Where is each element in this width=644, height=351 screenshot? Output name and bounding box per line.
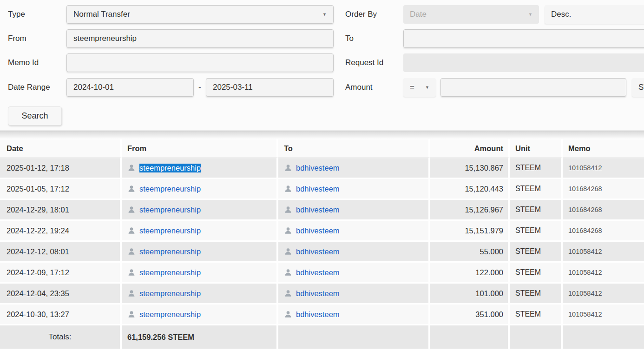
transfer-date: 2024-12-09, 17:12: [0, 263, 122, 284]
transfer-date: 2025-01-05, 17:12: [0, 179, 122, 200]
col-header-to[interactable]: To: [278, 139, 430, 158]
to-account-link[interactable]: bdhivesteem: [296, 247, 340, 256]
avatar-icon: [284, 289, 292, 298]
transfer-memo: 101058412: [563, 305, 644, 325]
col-header-memo[interactable]: Memo: [563, 139, 644, 158]
transfer-memo: 101684268: [563, 200, 644, 221]
type-label: Type: [8, 5, 25, 24]
to-account-link[interactable]: bdhivesteem: [296, 164, 340, 172]
from-account-link[interactable]: steempreneurship: [139, 226, 201, 235]
order-direction-value: Desc.: [551, 10, 571, 19]
from-account-link[interactable]: steempreneurship: [139, 185, 201, 193]
transfer-unit: STEEM: [510, 263, 563, 284]
avatar-icon: [127, 185, 136, 193]
order-by-select-value: Date: [410, 10, 427, 19]
transfer-amount: 122.000: [430, 263, 510, 284]
to-account-link[interactable]: bdhivesteem: [296, 205, 340, 214]
transfer-unit: STEEM: [510, 179, 563, 200]
order-direction-select[interactable]: Desc.: [545, 5, 644, 24]
chevron-down-icon: ▼: [425, 85, 429, 90]
date-range-label: Date Range: [8, 78, 50, 97]
date-range-separator: -: [198, 78, 201, 97]
transfer-date: 2024-12-22, 19:24: [0, 221, 122, 242]
avatar-icon: [284, 310, 292, 318]
request-id-field-wrap: [403, 53, 644, 72]
section-divider-shadow: [0, 131, 644, 139]
date-from-input[interactable]: [73, 83, 187, 92]
avatar-icon: [284, 247, 292, 256]
avatar-icon: [284, 205, 292, 214]
avatar-icon: [284, 268, 292, 277]
table-row: 2024-12-12, 08:01 steempreneurship bdhiv…: [0, 242, 644, 263]
transfer-amount: 101.000: [430, 284, 510, 305]
transfer-date: 2025-01-12, 17:18: [0, 158, 122, 179]
transfer-date: 2024-12-12, 08:01: [0, 242, 122, 263]
search-button[interactable]: Search: [8, 106, 62, 126]
transfer-date: 2024-10-30, 13:27: [0, 305, 122, 325]
amount-operator-select[interactable]: = ▼: [403, 78, 436, 97]
table-row: 2024-12-29, 18:01 steempreneurship bdhiv…: [0, 200, 644, 221]
order-by-select[interactable]: Date ▼: [403, 5, 539, 24]
date-to-field-wrap: [206, 78, 334, 97]
amount-input[interactable]: [447, 83, 619, 92]
page: Type Normal Transfer ▼ Order By Date ▼ D…: [0, 0, 644, 351]
to-account-link[interactable]: bdhivesteem: [296, 226, 340, 235]
transfer-amount: 15,130.867: [430, 158, 510, 179]
request-id-label: Request Id: [345, 53, 383, 72]
date-to-input[interactable]: [213, 83, 327, 92]
date-from-field-wrap: [66, 78, 194, 97]
transfer-unit: STEEM: [510, 221, 563, 242]
col-header-amount[interactable]: Amount: [430, 139, 510, 158]
col-header-unit[interactable]: Unit: [510, 139, 563, 158]
to-account-link[interactable]: bdhivesteem: [296, 310, 340, 319]
avatar-icon: [127, 226, 136, 235]
table-row: 2024-10-30, 13:27 steempreneurship bdhiv…: [0, 305, 644, 325]
to-label: To: [345, 29, 354, 48]
avatar-icon: [127, 268, 136, 277]
col-header-from[interactable]: From: [122, 139, 278, 158]
table-row: 2025-01-05, 17:12 steempreneurship bdhiv…: [0, 179, 644, 200]
to-input[interactable]: [410, 34, 644, 43]
memo-id-input[interactable]: [73, 58, 327, 67]
avatar-icon: [284, 185, 292, 193]
transfer-search-form: Type Normal Transfer ▼ Order By Date ▼ D…: [0, 0, 644, 131]
amount-unit-select[interactable]: STEEM: [632, 78, 644, 97]
from-account-link[interactable]: steempreneurship: [139, 164, 201, 172]
avatar-icon: [284, 226, 292, 235]
to-account-link[interactable]: bdhivesteem: [296, 185, 340, 193]
table-header-row: Date From To Amount Unit Memo: [0, 139, 644, 158]
totals-label: Totals:: [0, 325, 122, 349]
to-account-link[interactable]: bdhivesteem: [296, 268, 340, 277]
amount-operator-value: =: [410, 83, 414, 92]
table-row: 2024-12-09, 17:12 steempreneurship bdhiv…: [0, 263, 644, 284]
request-id-input[interactable]: [410, 58, 644, 67]
totals-value: 61,159.256 STEEM: [122, 325, 278, 349]
transfer-unit: STEEM: [510, 200, 563, 221]
transfer-unit: STEEM: [510, 242, 563, 263]
transfer-amount: 15,151.979: [430, 221, 510, 242]
transfer-date: 2024-12-29, 18:01: [0, 200, 122, 221]
from-account-link[interactable]: steempreneurship: [139, 289, 201, 298]
from-account-link[interactable]: steempreneurship: [139, 268, 201, 277]
to-account-link[interactable]: bdhivesteem: [296, 289, 340, 298]
transfer-memo: 101684268: [563, 221, 644, 242]
transfer-memo: 101058412: [563, 158, 644, 179]
avatar-icon: [127, 205, 136, 214]
type-select-value: Normal Transfer: [73, 10, 130, 19]
col-header-date[interactable]: Date: [0, 139, 122, 158]
transfer-memo: 101058412: [563, 263, 644, 284]
memo-id-label: Memo Id: [8, 53, 39, 72]
transfer-amount: 55.000: [430, 242, 510, 263]
chevron-down-icon: ▼: [322, 12, 327, 17]
transfer-memo: 101058412: [563, 242, 644, 263]
from-account-link[interactable]: steempreneurship: [139, 247, 201, 256]
from-account-link[interactable]: steempreneurship: [139, 205, 201, 214]
transfer-unit: STEEM: [510, 158, 563, 179]
transfer-amount: 15,120.443: [430, 179, 510, 200]
from-account-link[interactable]: steempreneurship: [139, 310, 201, 319]
table-row: 2024-12-04, 23:35 steempreneurship bdhiv…: [0, 284, 644, 305]
type-select[interactable]: Normal Transfer ▼: [66, 5, 334, 24]
order-by-label: Order By: [345, 5, 377, 24]
from-input[interactable]: [73, 34, 327, 43]
avatar-icon: [127, 164, 136, 172]
